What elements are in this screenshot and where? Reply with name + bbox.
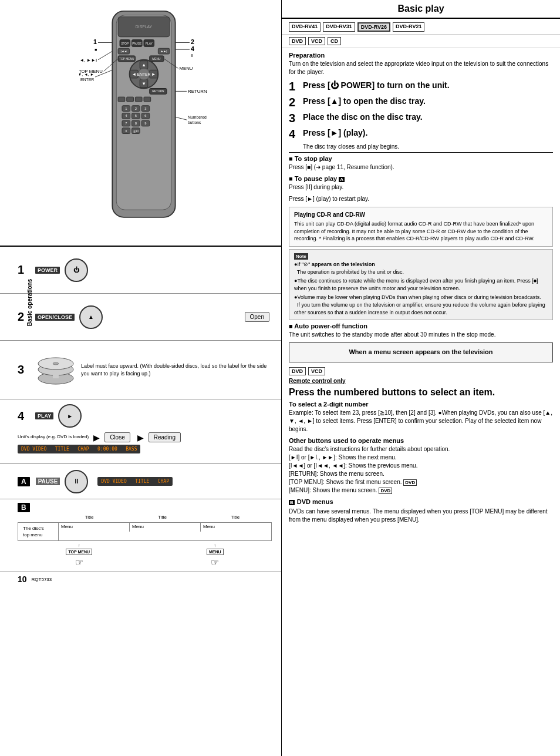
select-2digit-title: To select a 2-digit number bbox=[289, 401, 553, 408]
model-dvd-rv31: DVD-RV31 bbox=[323, 22, 355, 32]
page-number: 10 bbox=[18, 574, 27, 584]
menu-screen-box: When a menu screen appears on the televi… bbox=[289, 342, 553, 362]
step-1-number: 1 bbox=[18, 263, 29, 277]
format-dvd: DVD bbox=[289, 37, 306, 45]
svg-text:II: II bbox=[190, 53, 193, 58]
step-2-row: 2 OPEN/CLOSE ▲ Open bbox=[0, 294, 281, 341]
svg-text:buttons: buttons bbox=[188, 120, 201, 125]
reading-label: Reading bbox=[149, 432, 181, 442]
svg-text:►: ► bbox=[151, 72, 156, 77]
stop-play-text: Press [■] (➜ page 11, Resume function). bbox=[289, 163, 553, 172]
svg-text:▲: ▲ bbox=[141, 62, 146, 68]
svg-rect-33 bbox=[135, 97, 142, 102]
step-3: 3 Place the disc on the disc tray. bbox=[289, 112, 553, 125]
step-1-num: 1 bbox=[289, 80, 303, 93]
svg-text:■: ■ bbox=[94, 48, 96, 52]
pause-button-icon: II bbox=[65, 470, 88, 493]
menu-format-dvd: DVD bbox=[289, 367, 306, 375]
pause-play-text1: Press [II] during play. bbox=[289, 183, 553, 191]
unit-display-label: Unit's display (e.g. DVD is loaded) bbox=[18, 434, 89, 440]
svg-text:PAUSE: PAUSE bbox=[132, 42, 142, 45]
pause-play-title: ■ To pause play A bbox=[289, 175, 553, 182]
cd-note-text: This unit can play CD-DA (digital audio)… bbox=[294, 220, 548, 243]
step-4-text: Press [►] (play). bbox=[303, 127, 367, 138]
dvd-badge-1: DVD bbox=[403, 479, 417, 486]
menu-cell-2: Menu bbox=[130, 523, 201, 532]
svg-rect-31 bbox=[118, 97, 125, 102]
power-button-icon: ⏻ bbox=[65, 258, 88, 282]
svg-line-76 bbox=[175, 117, 187, 120]
step-2-num: 2 bbox=[289, 96, 303, 109]
menu-cell-1: Menu bbox=[59, 523, 130, 532]
svg-text:Numbered: Numbered bbox=[188, 115, 207, 119]
svg-text:≧10: ≧10 bbox=[133, 130, 139, 133]
cd-note-title: Playing CD-R and CD-RW bbox=[294, 211, 548, 219]
sidebar-label: Basic operations bbox=[26, 279, 33, 327]
left-panel: Basic operations DISPLAY STOP PAUSE PLAY… bbox=[0, 0, 282, 756]
step-3-text: Label must face upward. (With double-sid… bbox=[81, 362, 272, 377]
svg-text:1: 1 bbox=[93, 38, 97, 45]
svg-text:MENU: MENU bbox=[152, 58, 161, 61]
auto-power-text: The unit switches to the standby mode af… bbox=[289, 331, 553, 339]
model-dvd-rv41: DVD-RV41 bbox=[289, 22, 321, 32]
select-2digit-text: Example: To select item 23, press [≧10],… bbox=[289, 409, 553, 434]
top-menu-hand-icon: ☞ bbox=[75, 557, 83, 568]
right-panel: Basic play DVD-RV41 DVD-RV31 DVD-RV26 DV… bbox=[282, 0, 560, 756]
pause-play-section: ■ To pause play A Press [II] during play… bbox=[289, 175, 553, 203]
stop-play-title: ■ To stop play bbox=[289, 155, 553, 162]
note-square-icon: Note bbox=[294, 253, 308, 260]
menu-cell-3: Menu bbox=[201, 523, 271, 532]
rqt-number: RQT5733 bbox=[32, 577, 52, 582]
note-item-1: ●If "⊘" appears on the television The op… bbox=[294, 261, 548, 275]
svg-text:2: 2 bbox=[190, 38, 194, 45]
title-col-1: Title bbox=[85, 515, 94, 520]
auto-power-title: ■ Auto power-off function bbox=[289, 322, 553, 330]
model-dvd-rv26: DVD-RV26 bbox=[357, 22, 390, 32]
open-close-button-icon: ▲ bbox=[79, 305, 103, 329]
format-badges: DVD VCD CD bbox=[282, 35, 560, 48]
svg-text:4: 4 bbox=[190, 45, 194, 52]
svg-text:STOP: STOP bbox=[121, 42, 129, 45]
b-section: B Title Title Title The disc'stop menu M… bbox=[0, 499, 281, 572]
pause-badge: PAUSE bbox=[36, 478, 60, 485]
format-cd: CD bbox=[328, 37, 341, 45]
note-item-3: ●Volume may be lower when playing DVDs t… bbox=[294, 294, 548, 316]
other-buttons-text: Read the disc's instructions for further… bbox=[289, 445, 553, 495]
svg-text:ENTER: ENTER bbox=[137, 72, 150, 76]
svg-text:▲, ▼, ◄, ►: ▲, ▼, ◄, ► bbox=[79, 72, 94, 76]
step-4-badge: PLAY bbox=[35, 412, 53, 419]
stop-play-section: ■ To stop play Press [■] (➜ page 11, Res… bbox=[289, 155, 553, 172]
pause-letter-badge: A bbox=[18, 477, 30, 486]
pause-row: A PAUSE II DVD VIDEO TITLE CHAP bbox=[0, 464, 281, 499]
svg-point-83 bbox=[53, 362, 59, 365]
svg-text:◄: ◄ bbox=[131, 72, 136, 77]
top-menu-cell: The disc'stop menu bbox=[18, 522, 59, 541]
other-buttons-section: Other buttons used to operate menus Read… bbox=[289, 437, 553, 495]
menu-screen-title: When a menu screen appears on the televi… bbox=[349, 348, 492, 355]
svg-text:MENU: MENU bbox=[179, 66, 193, 71]
select-2digit-section: To select a 2-digit number Example: To s… bbox=[289, 401, 553, 434]
numbered-buttons-heading: Press the numbered buttons to select an … bbox=[289, 387, 553, 399]
step-3-row: 3 Label must face upward. (With double-s… bbox=[0, 341, 281, 399]
svg-text:8: 8 bbox=[134, 122, 136, 125]
menu-hand-icon: ☞ bbox=[211, 557, 219, 568]
format-vcd: VCD bbox=[308, 37, 325, 45]
top-menu-badge: TOP MENU bbox=[66, 549, 92, 555]
preparation-text: Turn on the television and select the ap… bbox=[289, 60, 553, 76]
svg-text:I◄◄, ►►I: I◄◄, ►►I bbox=[79, 58, 97, 63]
b-dvd-menus-title: DVD menus bbox=[297, 498, 333, 505]
svg-text:TOP MENU: TOP MENU bbox=[119, 58, 134, 61]
other-buttons-title: Other buttons used to operate menus bbox=[289, 437, 553, 444]
step-1: 1 Press [⏻ POWER] to turn on the unit. bbox=[289, 80, 553, 93]
svg-text:0: 0 bbox=[125, 130, 127, 133]
divider-1 bbox=[289, 152, 553, 153]
cd-note-box: Playing CD-R and CD-RW This unit can pla… bbox=[289, 207, 553, 247]
remote-control-label: Remote control only bbox=[289, 378, 553, 384]
svg-line-65 bbox=[98, 51, 112, 60]
menu-badge: MENU bbox=[207, 549, 224, 555]
remote-diagram: DISPLAY STOP PAUSE PLAY |◄◄ ►►| TOP MENU… bbox=[79, 8, 208, 237]
step-4-number: 4 bbox=[18, 409, 29, 423]
svg-text:7: 7 bbox=[125, 122, 127, 125]
svg-text:DISPLAY: DISPLAY bbox=[135, 25, 152, 29]
svg-text:9: 9 bbox=[144, 122, 146, 125]
